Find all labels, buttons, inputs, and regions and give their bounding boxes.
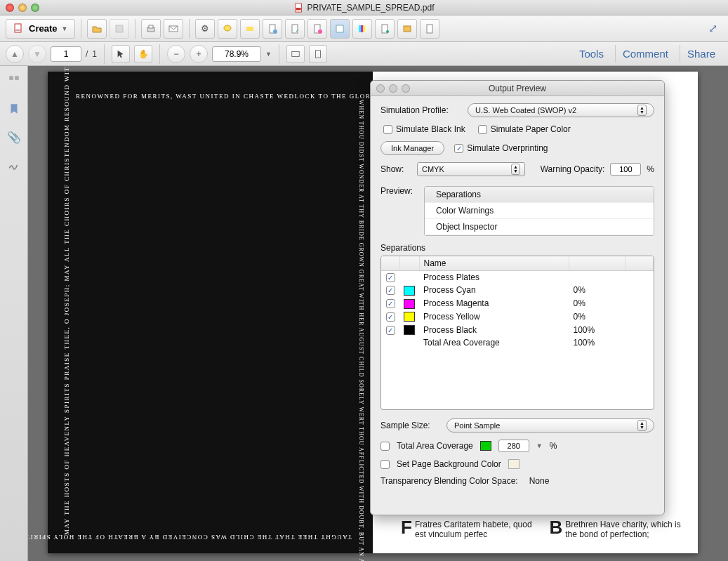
simulate-overprinting-checkbox[interactable]: ✓ <box>454 144 463 153</box>
tab-object-inspector[interactable]: Object Inspector <box>425 219 654 235</box>
row-pct: 0% <box>569 284 626 297</box>
table-row[interactable]: ✓Process Magenta0% <box>381 297 654 310</box>
open-button[interactable] <box>87 19 107 39</box>
svg-rect-24 <box>9 76 13 80</box>
set-page-bg-checkbox[interactable] <box>380 460 390 469</box>
email-button[interactable] <box>164 19 183 39</box>
simulate-paper-color-checkbox[interactable] <box>478 125 487 134</box>
svg-rect-23 <box>315 50 320 58</box>
page-bg-swatch[interactable] <box>508 459 519 469</box>
table-row[interactable]: ✓Process Black100% <box>381 323 654 336</box>
create-button[interactable]: Create ▼ <box>6 19 75 39</box>
thumbnails-icon[interactable] <box>6 73 22 88</box>
row-checkbox[interactable]: ✓ <box>386 286 395 295</box>
row-checkbox[interactable]: ✓ <box>386 326 395 335</box>
gear-button[interactable]: ⚙ <box>195 19 215 39</box>
dropcap-f: F <box>401 520 415 535</box>
tac-value-input[interactable] <box>498 440 529 452</box>
comment-panel-button[interactable]: Comment <box>615 45 675 62</box>
border-text-right: when thou didst wonder at thy bride grow… <box>358 100 364 535</box>
svg-point-10 <box>273 29 277 34</box>
total-area-coverage-label: Total Area Coverage <box>397 441 473 451</box>
row-checkbox[interactable]: ✓ <box>386 273 395 282</box>
color-swatch <box>404 325 415 335</box>
share-panel-button[interactable]: Share <box>680 45 722 62</box>
tab-separations[interactable]: Separations <box>425 187 654 203</box>
comment-tool-button[interactable] <box>218 19 237 39</box>
window-titlebar: PRIVATE_SAMPLE_SPREAD.pdf <box>0 0 728 15</box>
signatures-icon[interactable] <box>6 157 22 173</box>
fit-page-button[interactable] <box>309 45 327 63</box>
doc-tool-4[interactable] <box>375 19 395 39</box>
color-swatch <box>404 299 415 309</box>
gear-icon: ⚙ <box>201 23 209 34</box>
zoom-out-button[interactable]: − <box>167 45 185 63</box>
table-row[interactable]: ✓Process Plates <box>381 271 654 284</box>
border-text-top: renowned for merits, wast united in chas… <box>76 93 352 100</box>
table-row[interactable]: ✓Process Cyan0% <box>381 284 654 297</box>
row-checkbox[interactable]: ✓ <box>386 299 395 308</box>
warning-opacity-input[interactable] <box>610 163 641 176</box>
svg-point-19 <box>386 30 389 33</box>
tac-dropdown-icon[interactable]: ▼ <box>536 442 543 449</box>
sample-size-value: Point Sample <box>454 421 500 430</box>
separations-title: Separations <box>380 243 654 253</box>
prev-page-button[interactable]: ▲ <box>6 45 24 63</box>
simulate-paper-color-label: Simulate Paper Color <box>491 124 571 134</box>
bookmarks-icon[interactable] <box>6 101 22 117</box>
zoom-input[interactable] <box>212 46 261 62</box>
doc-tool-2[interactable] <box>285 19 305 39</box>
svg-rect-21 <box>427 25 432 33</box>
row-pct <box>569 271 626 284</box>
row-pct: 0% <box>569 310 626 324</box>
table-row[interactable]: Total Area Coverage100% <box>381 336 654 349</box>
ink-manager-button[interactable]: Ink Manager <box>380 141 444 155</box>
show-select[interactable]: CMYK ▲▼ <box>417 162 525 176</box>
print-button[interactable] <box>141 19 161 39</box>
tac-color-swatch[interactable] <box>480 441 491 451</box>
sim-profile-select[interactable]: U.S. Web Coated (SWOP) v2 ▲▼ <box>468 103 654 117</box>
nav-toolbar: ▲ ▼ / 1 ✋ − + ▼ Tools Comment Share <box>0 42 728 66</box>
row-pct: 100% <box>569 336 626 349</box>
row-name: Process Cyan <box>419 284 569 297</box>
doc-tool-6[interactable] <box>420 19 439 39</box>
zoom-dropdown-icon[interactable]: ▼ <box>265 51 272 58</box>
table-row[interactable]: ✓Process Yellow0% <box>381 310 654 324</box>
tab-color-warnings[interactable]: Color Warnings <box>425 203 654 219</box>
zoom-in-button[interactable]: + <box>190 45 208 63</box>
dropdown-icon: ▼ <box>61 25 67 32</box>
attachments-icon[interactable]: 📎 <box>6 129 22 145</box>
tools-panel-button[interactable]: Tools <box>572 45 611 62</box>
preflight-button[interactable] <box>330 19 350 39</box>
save-button[interactable] <box>110 19 129 39</box>
doc-tool-3[interactable] <box>307 19 327 39</box>
sample-size-select[interactable]: Point Sample ▲▼ <box>446 418 654 433</box>
page-number-input[interactable] <box>51 46 81 62</box>
hand-tool-button[interactable]: ✋ <box>134 45 152 63</box>
english-text: Brethren Have charity, which is the bond… <box>565 520 681 539</box>
dialog-titlebar[interactable]: Output Preview <box>371 81 664 96</box>
color-swatch <box>404 286 415 296</box>
warning-opacity-label: Warning Opacity: <box>541 164 605 174</box>
highlight-button[interactable] <box>240 19 260 39</box>
svg-point-13 <box>318 29 322 34</box>
paperclip-icon: 📎 <box>7 131 21 144</box>
doc-tool-1[interactable] <box>263 19 282 39</box>
fit-width-button[interactable] <box>286 45 305 63</box>
svg-rect-17 <box>363 25 365 32</box>
select-tool-button[interactable] <box>112 45 130 63</box>
separations-table: Name ✓Process Plates✓Process Cyan0%✓Proc… <box>380 256 654 410</box>
fullscreen-button[interactable]: ⤢ <box>703 19 722 39</box>
simulate-black-ink-label: Simulate Black Ink <box>396 124 465 134</box>
sim-profile-label: Simulation Profile: <box>380 105 462 115</box>
output-preview-button[interactable] <box>352 19 372 39</box>
sample-size-label: Sample Size: <box>380 421 441 430</box>
svg-rect-14 <box>336 25 343 32</box>
doc-tool-5[interactable] <box>397 19 417 39</box>
total-area-coverage-checkbox[interactable] <box>380 442 390 451</box>
show-value: CMYK <box>422 165 444 173</box>
next-page-button[interactable]: ▼ <box>28 45 46 63</box>
preview-label: Preview: <box>380 183 418 196</box>
row-checkbox[interactable]: ✓ <box>386 312 395 322</box>
simulate-black-ink-checkbox[interactable] <box>383 125 392 134</box>
